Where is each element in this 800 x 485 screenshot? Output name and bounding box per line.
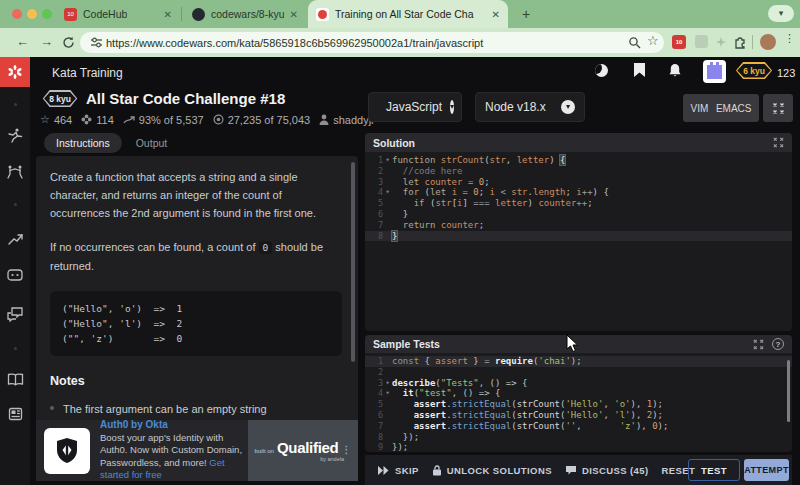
user-avatar[interactable]: [703, 60, 726, 83]
tests-editor[interactable]: 1const { assert } = require('chai');23▾d…: [365, 353, 792, 452]
vim-button[interactable]: VIM: [691, 103, 709, 114]
fold-gutter: [383, 231, 392, 242]
skip-button[interactable]: SKIP: [378, 465, 419, 476]
runtime-select[interactable]: Node v18.x ▾: [475, 92, 585, 122]
close-tab-icon[interactable]: ✕: [492, 9, 500, 20]
sidebar-leaderboard-icon[interactable]: [0, 233, 30, 246]
code-line[interactable]: 3 let counter = 0;: [365, 177, 792, 188]
code-line[interactable]: 6 }: [365, 209, 792, 220]
stat-comments[interactable]: 114: [81, 114, 114, 126]
code-line[interactable]: 8 });: [365, 432, 792, 443]
code-line[interactable]: 4▾ it("test", () => {: [365, 388, 792, 399]
codewars-logo-icon[interactable]: [0, 57, 30, 87]
dark-mode-moon-icon[interactable]: [595, 64, 608, 77]
tab-search-chevron-icon[interactable]: ▾: [768, 5, 794, 22]
tab-output[interactable]: Output: [136, 137, 168, 149]
chevron-down-icon: ▾: [450, 100, 454, 114]
forward-icon[interactable]: →: [40, 34, 53, 49]
sidebar-discussions-icon[interactable]: [0, 307, 30, 322]
code-line[interactable]: 1const { assert } = require('chai');: [365, 356, 792, 367]
notifications-bell-icon[interactable]: [668, 63, 682, 78]
close-tab-icon[interactable]: ✕: [164, 9, 172, 20]
new-tab-button[interactable]: +: [522, 6, 530, 22]
tab-instructions[interactable]: Instructions: [44, 133, 122, 153]
code-line[interactable]: 9});: [365, 442, 792, 452]
sidebar-discord-icon[interactable]: [0, 269, 30, 283]
code-line[interactable]: 6 assert.strictEqual(strCount('Hello', '…: [365, 410, 792, 421]
minimize-window-button[interactable]: [27, 9, 37, 19]
browser-menu-icon[interactable]: ⋮: [784, 32, 795, 45]
browser-tab-github[interactable]: codewars/8-kyu at main - fbc ✕: [184, 0, 306, 28]
bookmark-page-icon[interactable]: ☆: [647, 33, 659, 48]
close-window-button[interactable]: [12, 9, 22, 19]
tab-title: CodeHub: [83, 8, 127, 20]
notes-heading: Notes: [50, 372, 342, 390]
browser-tab-codehub[interactable]: 10 CodeHub ✕: [56, 0, 180, 28]
sponsor-ad[interactable]: Auth0 by Okta Boost your app's Identity …: [36, 420, 358, 481]
line-number: 7: [365, 421, 383, 432]
fold-arrow-icon[interactable]: ▾: [383, 388, 392, 399]
attempt-button[interactable]: ATTEMPT: [744, 459, 789, 481]
site-settings-icon[interactable]: [90, 36, 103, 49]
code-line[interactable]: 5 assert.strictEqual(strCount('Hello', '…: [365, 399, 792, 410]
kata-title[interactable]: All Star Code Challenge #18: [86, 90, 285, 107]
close-tab-icon[interactable]: ✕: [290, 9, 298, 20]
sidebar-blog-icon[interactable]: [0, 407, 30, 421]
reload-icon[interactable]: [62, 36, 75, 49]
bookmarks-icon[interactable]: [634, 63, 645, 77]
code-line[interactable]: 7 assert.strictEqual(strCount('', 'z'), …: [365, 421, 792, 432]
expand-panel-icon[interactable]: [753, 339, 764, 350]
unlock-solutions-button[interactable]: UNLOCK SOLUTIONS: [432, 465, 552, 476]
fullscreen-button[interactable]: [763, 94, 793, 122]
back-icon[interactable]: ←: [16, 34, 29, 49]
sidebar-kata-icon[interactable]: [0, 127, 30, 143]
code-line[interactable]: 7 return counter;: [365, 220, 792, 231]
line-number: 4: [365, 187, 383, 198]
solution-panel[interactable]: Solution 1▾function strCount(str, letter…: [365, 133, 792, 331]
qualified-logo[interactable]: built on Qualified ⋮ by andela: [248, 420, 358, 481]
discuss-button[interactable]: DISCUSS (45): [565, 465, 649, 476]
fold-gutter: [383, 198, 392, 209]
url-text[interactable]: https://www.codewars.com/kata/5865918c6b…: [106, 37, 483, 49]
description-scrollbar[interactable]: [351, 162, 355, 362]
ad-title-link[interactable]: Auth0 by Okta: [100, 419, 246, 432]
stat-stars[interactable]: ☆ 464: [40, 113, 72, 126]
help-icon[interactable]: ?: [772, 338, 784, 350]
code-line[interactable]: 4▾ for (let i = 0; i < str.length; i++) …: [365, 187, 792, 198]
browser-tab-active-codewars[interactable]: Training on All Star Code Cha ✕: [308, 0, 508, 28]
search-icon[interactable]: [628, 36, 641, 49]
fold-arrow-icon[interactable]: ▾: [383, 187, 392, 198]
expand-panel-icon[interactable]: [773, 137, 784, 148]
url-bar[interactable]: https://www.codewars.com/kata/5865918c6b…: [80, 32, 664, 53]
zoom-window-button[interactable]: [42, 9, 52, 19]
extensions-puzzle-icon[interactable]: [733, 35, 747, 49]
code-line[interactable]: 3▾describe("Tests", () => {: [365, 378, 792, 389]
fold-arrow-icon[interactable]: ▾: [383, 155, 392, 166]
fold-arrow-icon[interactable]: ▾: [383, 378, 392, 389]
code-line[interactable]: 2 //code here: [365, 166, 792, 177]
extension-icon[interactable]: [695, 35, 708, 48]
sidebar-docs-icon[interactable]: [0, 373, 30, 386]
inline-code: 0: [259, 241, 273, 254]
user-rank-badge[interactable]: 6 kyu: [733, 62, 775, 79]
sidebar-kumite-icon[interactable]: [0, 163, 30, 179]
code-line[interactable]: 1▾function strCount(str, letter) {: [365, 155, 792, 166]
code-line[interactable]: 2: [365, 367, 792, 378]
code-line[interactable]: 5 if (str[i] === letter) counter++;: [365, 198, 792, 209]
tab-title: codewars/8-kyu at main - fbc: [211, 8, 284, 20]
author-person-icon: [319, 114, 329, 125]
honor-points[interactable]: 123: [777, 67, 795, 79]
stat-completions[interactable]: 27,235 of 75,043: [213, 114, 311, 126]
emacs-button[interactable]: EMACS: [716, 103, 752, 114]
stat-author[interactable]: shaddyjr: [319, 114, 375, 126]
code-line[interactable]: 8}: [365, 231, 792, 242]
tests-scrollbar[interactable]: [787, 360, 790, 422]
language-select[interactable]: JavaScript ▾: [368, 92, 462, 122]
line-number: 4: [365, 388, 383, 399]
test-button[interactable]: TEST: [688, 459, 740, 481]
solution-editor[interactable]: 1▾function strCount(str, letter) {2 //co…: [365, 152, 792, 241]
browser-profile-avatar[interactable]: [760, 34, 776, 50]
stat-satisfaction[interactable]: 93% of 5,537: [123, 114, 204, 126]
satisfaction-trend-icon: [123, 115, 135, 125]
codehub-extension-icon[interactable]: 10: [672, 35, 686, 49]
